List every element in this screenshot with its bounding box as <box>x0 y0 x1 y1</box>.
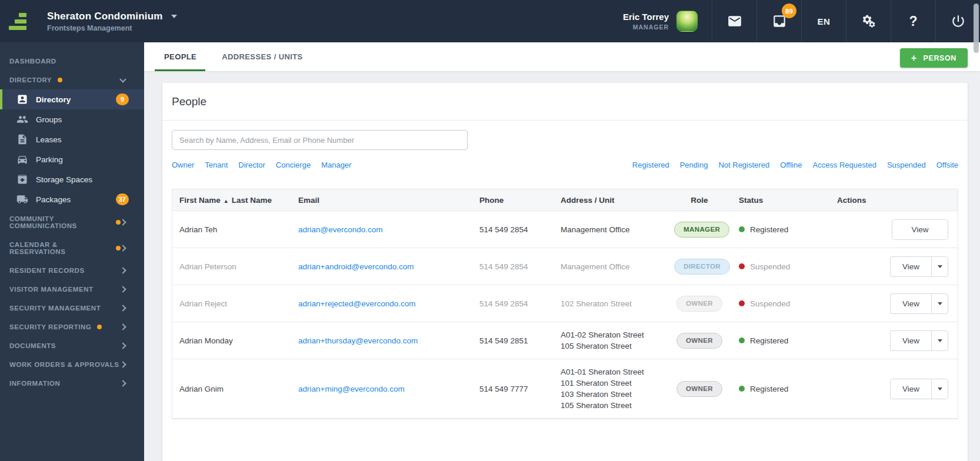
status-cell: Registered <box>732 225 830 234</box>
sidebar-item-label: WORK ORDERS & APPROVALS <box>9 361 119 368</box>
sidebar-item[interactable]: Directory 9 <box>0 89 144 109</box>
column-address[interactable]: Address / Unit <box>554 196 667 205</box>
filter-link[interactable]: Tenant <box>205 161 228 169</box>
filter-link[interactable]: Suspended <box>887 161 926 169</box>
status-filters: RegisteredPendingNot RegisteredOfflineAc… <box>632 161 958 169</box>
filter-link[interactable]: Access Requested <box>812 161 876 169</box>
search-input[interactable] <box>172 130 468 150</box>
people-table: First Name▲Last Name Email Phone Address… <box>172 189 958 419</box>
column-status[interactable]: Status <box>732 196 830 205</box>
chevron-down-icon <box>171 15 177 18</box>
filter-link[interactable]: Director <box>238 161 265 169</box>
property-selector[interactable]: Sheraton Condominium Frontsteps Manageme… <box>0 11 177 32</box>
sidebar-item[interactable]: SECURITY REPORTING <box>0 318 144 336</box>
email-link[interactable]: adrian+ming@evercondo.com <box>298 385 405 393</box>
column-actions: Actions <box>830 196 958 205</box>
gears-icon <box>861 14 876 29</box>
column-phone[interactable]: Phone <box>472 196 554 205</box>
sidebar-item[interactable]: INFORMATION <box>0 374 144 393</box>
sidebar-item[interactable]: Packages 37 <box>0 189 144 209</box>
column-name[interactable]: First Name▲Last Name <box>172 196 291 205</box>
page-scrollbar[interactable] <box>974 4 979 53</box>
chevron-right-icon <box>119 380 126 386</box>
view-button[interactable]: View <box>890 379 931 399</box>
messages-button[interactable] <box>712 0 756 42</box>
tab[interactable]: ADDRESSES / UNITS <box>222 42 303 71</box>
sidebar-item[interactable]: RESIDENT RECORDS <box>0 261 144 280</box>
view-button[interactable]: View <box>892 219 948 240</box>
email-link[interactable]: adrian@evercondo.com <box>298 225 383 234</box>
column-email[interactable]: Email <box>291 196 472 205</box>
sidebar-item-label: Storage Spaces <box>36 175 92 184</box>
row-actions-dropdown-button[interactable] <box>931 293 948 314</box>
filter-link[interactable]: Registered <box>632 161 669 169</box>
filter-link[interactable]: Offline <box>780 161 802 169</box>
notification-dot-icon <box>97 325 102 329</box>
person-addresses: Management Office <box>554 261 667 272</box>
role-badge: MANAGER <box>674 222 729 238</box>
add-person-button[interactable]: + PERSON <box>900 48 968 68</box>
email-link[interactable]: adrian+android@evercondo.com <box>298 262 414 271</box>
address-line: Management Office <box>561 261 660 272</box>
sidebar-item-label: Groups <box>36 115 62 124</box>
sidebar-item[interactable]: DASHBOARD <box>0 52 144 71</box>
sidebar-item[interactable]: DIRECTORY <box>0 71 144 89</box>
email-link[interactable]: adrian+rejected@evercondo.com <box>298 299 415 308</box>
sidebar-item[interactable]: SECURITY MANAGEMENT <box>0 299 144 318</box>
role-filters: OwnerTenantDirectorConciergeManager <box>172 161 351 169</box>
tab-bar: PEOPLE ADDRESSES / UNITS + PERSON <box>144 42 980 71</box>
person-addresses: 102 Sheraton Street <box>554 298 667 309</box>
sidebar-item[interactable]: VISITOR MANAGEMENT <box>0 280 144 299</box>
person-phone: 514 549 2854 <box>472 299 554 308</box>
user-menu[interactable]: Eric Torrey MANAGER <box>609 0 712 42</box>
sidebar-item[interactable]: DOCUMENTS <box>0 336 144 355</box>
sidebar-item[interactable]: Storage Spaces <box>0 169 144 189</box>
user-avatar[interactable] <box>676 11 698 32</box>
email-link[interactable]: adrian+thursday@evercondo.com <box>298 336 418 345</box>
help-button[interactable]: ? <box>891 0 935 42</box>
filter-link[interactable]: Not Registered <box>718 161 769 169</box>
view-button[interactable]: View <box>890 330 931 351</box>
sidebar-item[interactable]: WORK ORDERS & APPROVALS <box>0 355 144 374</box>
sidebar-item-label: Directory <box>36 95 71 104</box>
filter-link[interactable]: Owner <box>172 161 194 169</box>
status-label: Suspended <box>750 262 790 271</box>
settings-button[interactable] <box>846 0 891 42</box>
sidebar-item[interactable]: Leases <box>0 129 144 149</box>
packages-icon <box>16 193 28 205</box>
sidebar-item[interactable]: CALENDAR & RESERVATIONS <box>0 235 144 261</box>
address-line: A01-01 Sheraton Street <box>561 366 660 378</box>
sidebar-item-label: DIRECTORY <box>9 76 52 83</box>
person-phone: 514 549 7777 <box>472 385 554 393</box>
frontsteps-logo-icon <box>9 13 26 30</box>
tab[interactable]: PEOPLE <box>164 42 196 71</box>
person-phone: 514 549 2851 <box>472 336 554 345</box>
inbox-count-badge: 89 <box>782 4 796 18</box>
status-cell: Suspended <box>732 262 830 271</box>
count-badge: 9 <box>116 93 129 105</box>
filter-link[interactable]: Offsite <box>936 161 958 169</box>
sidebar-item[interactable]: Parking <box>0 149 144 169</box>
row-actions-dropdown-button[interactable] <box>931 379 948 399</box>
language-selector[interactable]: EN <box>801 0 846 42</box>
filter-link[interactable]: Concierge <box>276 161 311 169</box>
sidebar-item-label: CALENDAR & RESERVATIONS <box>9 241 110 255</box>
column-role[interactable]: Role <box>667 196 732 205</box>
sidebar-item[interactable]: COMMUNITY COMMUNICATIONS <box>0 209 144 235</box>
chevron-right-icon <box>119 361 126 368</box>
status-dot-icon <box>739 226 745 232</box>
storage-icon <box>16 173 28 185</box>
person-addresses: A01-02 Sheraton Street105 Sheraton Stree… <box>554 329 667 352</box>
view-button[interactable]: View <box>890 256 931 277</box>
inbox-button[interactable]: 89 <box>756 0 801 42</box>
address-line: A01-02 Sheraton Street <box>561 329 660 340</box>
row-actions-dropdown-button[interactable] <box>931 256 948 277</box>
view-button[interactable]: View <box>890 293 931 314</box>
row-actions-dropdown-button[interactable] <box>931 330 948 351</box>
caret-down-icon <box>938 339 942 342</box>
address-line: 103 Sheraton Street <box>561 389 660 400</box>
filter-link[interactable]: Manager <box>321 161 351 169</box>
address-line: 105 Sheraton Street <box>561 340 660 352</box>
filter-link[interactable]: Pending <box>680 161 708 169</box>
sidebar-item[interactable]: Groups <box>0 109 144 129</box>
